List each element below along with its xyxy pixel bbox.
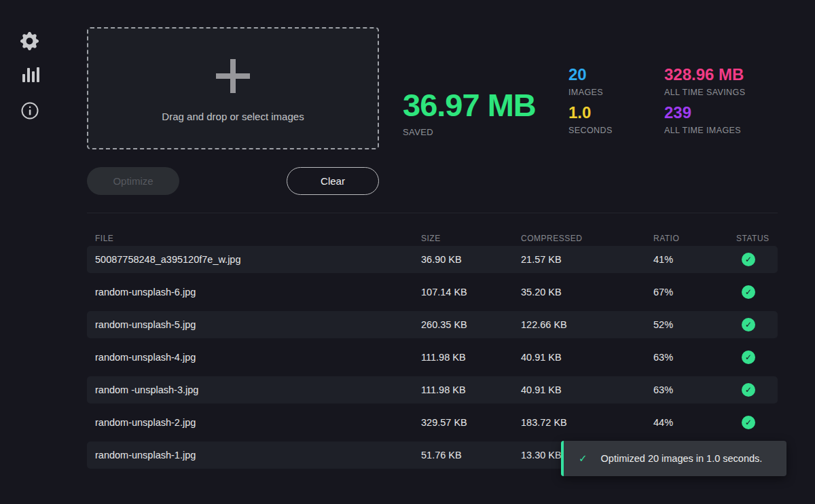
table-header: FILE SIZE COMPRESSED RATIO STATUS [87,213,778,246]
stat-all-time-savings-label: ALL TIME SAVINGS [664,88,745,97]
bar-chart-icon[interactable] [20,65,39,84]
check-icon: ✓ [579,452,587,465]
table-row: random-unsplash-6.jpg107.14 KB35.20 KB67… [87,278,778,306]
header-status: STATUS [736,234,778,246]
results-table: FILE SIZE COMPRESSED RATIO STATUS 500877… [87,213,778,474]
cell-file: random-unsplash-6.jpg [87,287,421,298]
toast-accent-bar [561,441,564,476]
stat-seconds-label: SECONDS [568,126,613,135]
stat-images-label: IMAGES [568,88,613,97]
header-compressed: COMPRESSED [521,234,653,246]
cell-ratio: 63% [653,384,736,395]
stat-column-session: 20 IMAGES 1.0 SECONDS [568,67,613,135]
stat-all-time-images-label: ALL TIME IMAGES [664,126,745,135]
table-row: random-unsplash-4.jpg111.98 KB40.91 KB63… [87,344,778,371]
header-file: FILE [87,234,421,246]
stat-seconds-value: 1.0 [568,105,613,121]
cell-compressed: 21.57 KB [521,254,653,265]
toast-message: Optimized 20 images in 1.0 seconds. [601,453,763,464]
success-check-icon: ✓ [742,285,755,299]
success-check-icon: ✓ [742,383,755,397]
cell-ratio: 63% [653,352,736,363]
stat-images: 20 IMAGES [568,67,613,97]
cell-file: random-unsplash-1.jpg [87,450,421,461]
cell-file: 50087758248_a395120f7e_w.jpg [87,254,421,265]
cell-size: 329.57 KB [421,417,521,428]
success-check-icon: ✓ [742,318,755,331]
cell-ratio: 44% [653,417,736,428]
toast-notification[interactable]: ✓ Optimized 20 images in 1.0 seconds. [561,441,786,476]
cell-file: random-unsplash-5.jpg [87,319,421,330]
cell-compressed: 40.91 KB [521,352,653,363]
table-body: 50087758248_a395120f7e_w.jpg36.90 KB21.5… [87,246,778,469]
cell-ratio: 52% [653,319,736,330]
stat-saved-value: 36.97 MB [403,89,536,121]
dropzone-label: Drag and drop or select images [162,111,304,122]
cell-size: 260.35 KB [421,319,521,330]
stat-all-time-images-value: 239 [664,105,745,121]
info-icon[interactable] [20,101,39,120]
cell-size: 51.76 KB [421,450,521,461]
stat-all-time-savings-value: 328.96 MB [664,67,745,83]
header-size: SIZE [421,234,521,246]
cell-file: random-unsplash-2.jpg [87,417,421,428]
stat-images-value: 20 [568,67,613,83]
table-row: random -unsplash-3.jpg111.98 KB40.91 KB6… [87,376,778,403]
success-check-icon: ✓ [742,416,755,429]
stat-all-time-images: 239 ALL TIME IMAGES [664,105,745,135]
cell-status: ✓ [736,253,778,266]
stat-seconds: 1.0 SECONDS [568,105,613,135]
success-check-icon: ✓ [742,253,755,266]
stat-all-time-savings: 328.96 MB ALL TIME SAVINGS [664,67,745,97]
cell-file: random -unsplash-3.jpg [87,384,421,395]
cell-compressed: 35.20 KB [521,287,653,298]
cell-status: ✓ [736,285,778,299]
cell-ratio: 67% [653,287,736,298]
optimize-button[interactable]: Optimize [87,167,179,195]
settings-gear-icon[interactable] [20,32,39,50]
header-ratio: RATIO [653,234,736,246]
cell-size: 111.98 KB [421,352,521,363]
plus-icon [213,56,253,98]
cell-compressed: 183.72 KB [521,417,653,428]
cell-status: ✓ [736,416,778,429]
stat-saved-label: SAVED [403,127,536,137]
success-check-icon: ✓ [742,350,755,364]
sidebar [0,0,61,504]
dropzone[interactable]: Drag and drop or select images [87,27,379,149]
cell-file: random-unsplash-4.jpg [87,352,421,363]
stat-column-alltime: 328.96 MB ALL TIME SAVINGS 239 ALL TIME … [664,67,745,135]
cell-size: 36.90 KB [421,254,521,265]
cell-compressed: 40.91 KB [521,384,653,395]
cell-status: ✓ [736,383,778,397]
cell-status: ✓ [736,350,778,364]
clear-button[interactable]: Clear [287,167,379,195]
stat-saved: 36.97 MB SAVED [403,89,536,137]
cell-size: 111.98 KB [421,384,521,395]
cell-ratio: 41% [653,254,736,265]
table-row: random-unsplash-2.jpg329.57 KB183.72 KB4… [87,409,778,436]
cell-status: ✓ [736,318,778,331]
cell-size: 107.14 KB [421,287,521,298]
table-row: 50087758248_a395120f7e_w.jpg36.90 KB21.5… [87,246,778,273]
table-row: random-unsplash-5.jpg260.35 KB122.66 KB5… [87,311,778,338]
cell-compressed: 122.66 KB [521,319,653,330]
